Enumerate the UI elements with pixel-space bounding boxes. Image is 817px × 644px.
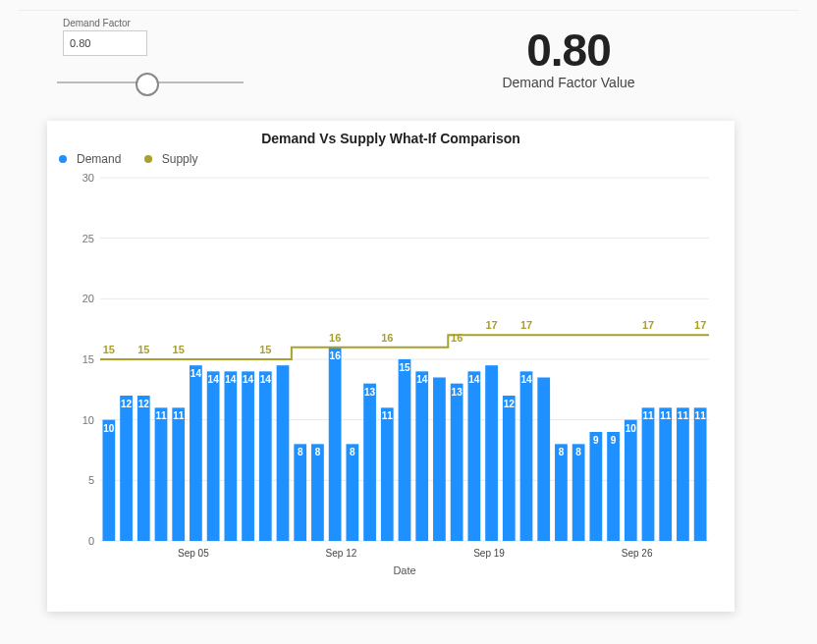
svg-text:Sep 26: Sep 26 <box>622 548 653 559</box>
svg-text:16: 16 <box>330 350 342 361</box>
legend-supply: Supply <box>144 152 208 166</box>
svg-rect-59 <box>520 371 533 541</box>
svg-rect-57 <box>503 396 516 541</box>
svg-rect-49 <box>415 371 428 541</box>
svg-rect-16 <box>120 396 133 541</box>
svg-text:11: 11 <box>695 410 707 421</box>
legend-swatch-demand <box>59 155 67 163</box>
svg-text:17: 17 <box>520 319 532 331</box>
svg-text:15: 15 <box>259 344 271 355</box>
svg-rect-61 <box>537 378 550 542</box>
svg-text:15: 15 <box>82 353 94 365</box>
chart-card: Demand Vs Supply What-If Comparison Dema… <box>47 121 735 612</box>
svg-text:10: 10 <box>626 423 637 434</box>
svg-rect-26 <box>207 371 220 541</box>
svg-rect-70 <box>625 420 637 541</box>
demand-factor-label: Demand Factor <box>63 18 338 30</box>
svg-text:14: 14 <box>468 374 480 385</box>
svg-text:12: 12 <box>504 399 516 409</box>
svg-rect-62 <box>555 444 568 541</box>
svg-text:16: 16 <box>451 332 463 344</box>
svg-text:14: 14 <box>191 368 202 379</box>
svg-text:11: 11 <box>678 410 689 421</box>
svg-text:13: 13 <box>452 387 463 398</box>
kpi-value: 0.80 <box>338 24 799 77</box>
svg-text:14: 14 <box>243 374 254 385</box>
svg-text:16: 16 <box>329 332 341 344</box>
svg-rect-74 <box>659 407 672 541</box>
svg-rect-14 <box>102 420 115 541</box>
svg-rect-64 <box>572 444 585 541</box>
svg-rect-41 <box>346 444 358 541</box>
svg-text:14: 14 <box>520 374 532 385</box>
svg-text:17: 17 <box>485 319 497 331</box>
svg-rect-51 <box>433 378 446 542</box>
svg-text:8: 8 <box>350 447 355 457</box>
svg-text:8: 8 <box>298 447 303 457</box>
svg-text:17: 17 <box>694 319 706 331</box>
svg-text:14: 14 <box>225 374 237 385</box>
svg-text:11: 11 <box>642 410 654 421</box>
svg-rect-47 <box>399 359 411 541</box>
demand-factor-input[interactable] <box>63 30 147 56</box>
svg-rect-78 <box>694 407 707 541</box>
svg-rect-39 <box>329 348 342 541</box>
svg-rect-35 <box>294 444 306 541</box>
svg-rect-37 <box>311 444 324 541</box>
svg-text:15: 15 <box>399 362 410 373</box>
svg-text:12: 12 <box>138 399 150 409</box>
svg-text:Sep 19: Sep 19 <box>473 548 505 559</box>
svg-text:17: 17 <box>642 319 654 331</box>
svg-text:8: 8 <box>575 447 581 457</box>
legend-swatch-supply <box>144 155 152 163</box>
svg-text:Sep 12: Sep 12 <box>326 548 357 559</box>
svg-rect-43 <box>363 384 376 541</box>
svg-rect-56 <box>485 365 498 541</box>
svg-rect-24 <box>190 365 202 541</box>
svg-rect-66 <box>589 432 602 541</box>
kpi-label: Demand Factor Value <box>338 75 799 90</box>
svg-text:10: 10 <box>103 423 115 434</box>
svg-text:20: 20 <box>82 293 94 304</box>
svg-rect-28 <box>224 371 237 541</box>
kpi-card: 0.80 Demand Factor Value <box>338 18 799 90</box>
svg-text:0: 0 <box>88 535 94 547</box>
svg-rect-76 <box>677 407 689 541</box>
chart-plot: 0510152025301012121111141414141488168131… <box>71 168 719 580</box>
svg-text:11: 11 <box>155 410 167 421</box>
svg-rect-52 <box>451 384 463 541</box>
svg-text:8: 8 <box>559 447 565 457</box>
svg-text:13: 13 <box>364 387 376 398</box>
svg-rect-54 <box>467 371 480 541</box>
svg-text:15: 15 <box>173 344 185 355</box>
svg-text:14: 14 <box>208 374 220 385</box>
demand-factor-slider[interactable] <box>57 66 244 101</box>
svg-text:11: 11 <box>382 410 394 421</box>
svg-rect-22 <box>172 407 185 541</box>
svg-text:5: 5 <box>88 474 94 486</box>
svg-rect-18 <box>137 396 150 541</box>
svg-rect-68 <box>607 432 620 541</box>
svg-text:15: 15 <box>103 344 115 355</box>
svg-rect-30 <box>242 371 254 541</box>
demand-factor-control: Demand Factor <box>18 18 338 101</box>
svg-rect-20 <box>155 407 168 541</box>
chart-legend: Demand Supply <box>49 152 733 168</box>
svg-text:Sep 05: Sep 05 <box>178 548 209 559</box>
svg-text:16: 16 <box>381 332 393 344</box>
svg-text:8: 8 <box>315 447 321 457</box>
svg-rect-45 <box>381 407 394 541</box>
svg-rect-32 <box>259 371 272 541</box>
legend-demand: Demand <box>59 152 131 166</box>
svg-text:12: 12 <box>121 399 133 409</box>
svg-text:Date: Date <box>393 564 415 576</box>
svg-text:9: 9 <box>611 435 617 446</box>
svg-text:9: 9 <box>593 435 599 446</box>
svg-text:30: 30 <box>82 172 94 184</box>
chart-title: Demand Vs Supply What-If Comparison <box>49 131 733 146</box>
svg-rect-72 <box>642 407 655 541</box>
svg-text:15: 15 <box>137 344 149 355</box>
svg-rect-34 <box>277 365 290 541</box>
svg-text:11: 11 <box>173 410 185 421</box>
slider-handle[interactable] <box>136 73 159 96</box>
